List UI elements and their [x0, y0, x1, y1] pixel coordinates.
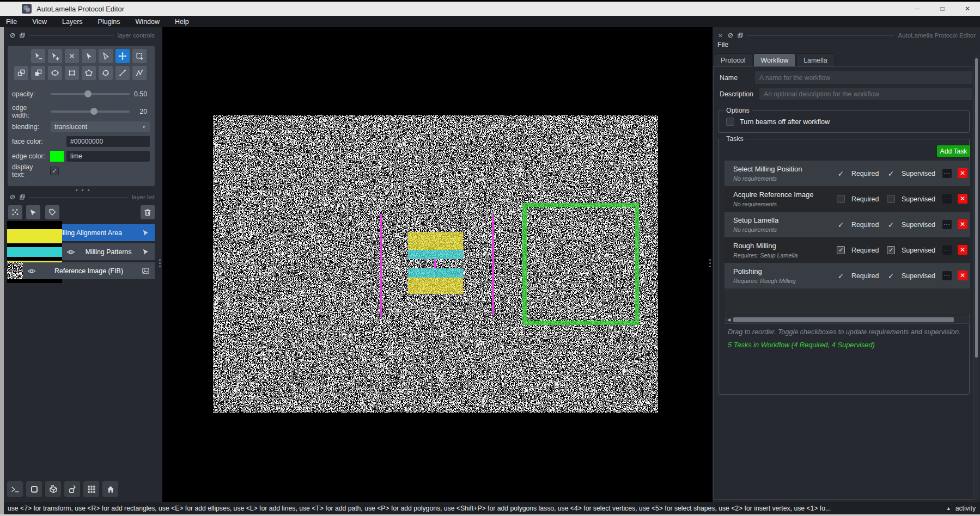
task-row-polishing[interactable]: Polishing Requires: Rough Milling ✓Requi…	[725, 263, 970, 288]
maximize-button[interactable]: □	[930, 2, 955, 16]
tab-protocol[interactable]: Protocol	[714, 53, 752, 67]
supervised-checkbox[interactable]: ✓	[887, 220, 895, 229]
edge-width-slider-thumb[interactable]	[90, 108, 98, 115]
task-menu-button[interactable]: ···	[942, 169, 952, 178]
task-delete-button[interactable]: ✕	[958, 219, 967, 229]
edge-color-input[interactable]	[66, 151, 150, 162]
layer-row-reference-image[interactable]: Reference Image (FIB)	[7, 262, 155, 279]
add-line-button[interactable]	[115, 66, 130, 80]
task-delete-button[interactable]: ✕	[958, 194, 967, 204]
milling-pattern-shape[interactable]	[408, 232, 463, 294]
delete-selected-button[interactable]	[65, 49, 79, 63]
layer-row-milling-patterns[interactable]: Milling Patterns	[7, 243, 155, 260]
supervised-checkbox[interactable]: ✓	[887, 246, 895, 254]
right-dock-splitter[interactable]	[708, 256, 711, 270]
menu-window[interactable]: Window	[136, 18, 160, 26]
add-polygon-button[interactable]	[82, 66, 96, 80]
panel-resize-handle[interactable]: • • •	[4, 187, 162, 193]
activity-toggle[interactable]: ▲ activity	[946, 505, 976, 512]
required-checkbox[interactable]: ✓	[837, 220, 845, 229]
edge-color-swatch[interactable]	[50, 151, 64, 162]
transform-button[interactable]	[132, 49, 147, 63]
new-shapes-layer-button[interactable]	[26, 205, 40, 219]
visibility-eye-icon[interactable]	[27, 267, 36, 275]
move-backward-button[interactable]	[14, 66, 28, 80]
add-path-button[interactable]	[132, 66, 147, 80]
hide-dock-icon[interactable]	[727, 33, 733, 39]
left-dock-splitter[interactable]	[158, 256, 161, 270]
edge-width-slider[interactable]	[51, 110, 130, 113]
magenta-line-right[interactable]	[492, 216, 494, 315]
menu-view[interactable]: View	[32, 18, 47, 26]
opacity-slider-thumb[interactable]	[84, 90, 92, 97]
menu-layers[interactable]: Layers	[62, 18, 83, 26]
scrollbar-thumb[interactable]	[733, 317, 954, 322]
move-forward-button[interactable]	[31, 66, 45, 80]
required-checkbox[interactable]: ✓	[837, 246, 845, 254]
task-row-select-milling-position[interactable]: Select Milling Position No requirements …	[725, 161, 970, 186]
pan-zoom-button[interactable]	[115, 49, 130, 63]
magenta-line-left[interactable]	[380, 214, 382, 317]
close-dock-icon[interactable]: ✕	[717, 33, 723, 39]
task-list-horizontal-scrollbar[interactable]: ◀	[725, 316, 970, 324]
task-menu-button[interactable]: ···	[942, 271, 952, 280]
face-color-input[interactable]	[66, 136, 150, 147]
supervised-checkbox[interactable]: ✓	[887, 272, 895, 280]
task-delete-button[interactable]: ✕	[958, 271, 967, 280]
roll-dimensions-button[interactable]	[45, 481, 61, 497]
delete-layer-button[interactable]	[141, 205, 155, 219]
tab-workflow[interactable]: Workflow	[753, 53, 795, 67]
task-menu-button[interactable]: ···	[942, 194, 952, 204]
float-dock-icon[interactable]	[19, 194, 25, 200]
transpose-dimensions-button[interactable]	[64, 481, 80, 497]
task-menu-button[interactable]: ···	[942, 245, 952, 255]
hide-dock-icon[interactable]	[9, 33, 15, 39]
task-delete-button[interactable]: ✕	[958, 168, 967, 178]
titlebar[interactable]: AutoLamella Protocol Editor ─ □ ✕	[0, 2, 980, 16]
scroll-left-icon[interactable]: ◀	[726, 317, 732, 322]
workflow-name-input[interactable]	[754, 71, 973, 84]
task-row-acquire-reference-image[interactable]: Acquire Reference Image No requirements …	[725, 186, 970, 212]
workflow-description-input[interactable]	[759, 87, 973, 101]
panel-menu-file[interactable]: File	[717, 41, 728, 48]
close-button[interactable]: ✕	[955, 2, 980, 16]
float-dock-icon[interactable]	[19, 33, 25, 39]
add-ellipse-button[interactable]	[48, 66, 62, 80]
grid-view-button[interactable]	[83, 481, 99, 497]
supervised-checkbox[interactable]	[887, 195, 895, 203]
milling-alignment-area-shape[interactable]	[522, 203, 639, 325]
opacity-slider[interactable]	[51, 93, 130, 95]
menu-file[interactable]: File	[6, 18, 17, 26]
menu-plugins[interactable]: Plugins	[98, 18, 120, 26]
select-shapes-button[interactable]	[82, 49, 96, 63]
panel-vertical-scrollbar[interactable]	[975, 54, 978, 500]
visibility-eye-icon[interactable]	[66, 248, 75, 256]
add-task-button[interactable]: Add Task	[937, 145, 970, 157]
task-delete-button[interactable]: ✕	[958, 245, 967, 255]
supervised-checkbox[interactable]: ✓	[887, 169, 895, 177]
required-checkbox[interactable]	[837, 195, 845, 203]
scrollbar-thumb[interactable]	[975, 58, 978, 358]
blending-select[interactable]: translucent ▼	[51, 121, 150, 132]
tab-lamella[interactable]: Lamella	[796, 53, 834, 67]
viewer-canvas[interactable]	[162, 27, 713, 502]
task-menu-button[interactable]: ···	[942, 220, 952, 229]
console-button[interactable]	[7, 481, 23, 497]
required-checkbox[interactable]: ✓	[837, 272, 845, 280]
add-polygon-lasso-button[interactable]	[99, 66, 113, 80]
home-button[interactable]	[102, 481, 118, 497]
select-vertices-add-button[interactable]	[48, 49, 62, 63]
task-row-rough-milling[interactable]: Rough Milling Requires: Setup Lamella ✓R…	[725, 237, 970, 263]
minimize-button[interactable]: ─	[905, 2, 930, 16]
float-dock-icon[interactable]	[737, 33, 743, 39]
toggle-ndisplay-button[interactable]	[26, 481, 42, 497]
menu-help[interactable]: Help	[175, 18, 189, 26]
hide-dock-icon[interactable]	[9, 194, 15, 200]
direct-select-button[interactable]	[99, 49, 113, 63]
select-vertices-remove-button[interactable]	[31, 49, 45, 63]
new-labels-layer-button[interactable]	[45, 205, 59, 219]
add-rectangle-button[interactable]	[65, 66, 79, 80]
task-row-setup-lamella[interactable]: Setup Lamella No requirements ✓Required …	[725, 212, 970, 237]
new-points-layer-button[interactable]	[8, 205, 22, 219]
required-checkbox[interactable]: ✓	[837, 169, 845, 177]
